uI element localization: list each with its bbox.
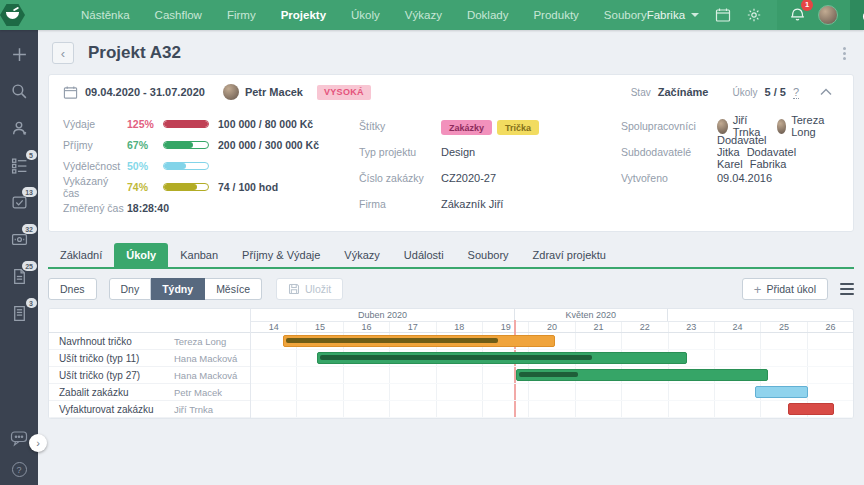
top-navigation: NástěnkaCashflowFirmyProjektyÚkolyVýkazy… [0, 0, 864, 30]
gantt-task-assignee: Hana Macková [174, 370, 250, 381]
tab-soubory[interactable]: Soubory [456, 243, 521, 267]
gantt-bar[interactable] [283, 335, 555, 347]
gantt-task-row[interactable]: Navrhnout tričkoTereza Long [49, 333, 250, 350]
gantt-task-row[interactable]: Zabalit zakázkuPetr Macek [49, 384, 250, 401]
stat-row: Příjmy67%200 000 / 300 000 Kč [63, 134, 359, 155]
tab-ud-losti[interactable]: Události [392, 243, 456, 267]
gantt-week-label: 21 [575, 322, 621, 332]
orders-icon[interactable]: 3 [11, 305, 28, 322]
gantt-timeline: Duben 2020Květen 2020 141516171819202122… [251, 309, 853, 418]
kebab-menu-icon[interactable] [843, 47, 846, 60]
gear-icon[interactable] [746, 7, 762, 23]
stat-progress-fill [164, 142, 193, 148]
tag-badge[interactable]: Zakázky [441, 120, 492, 135]
time-tracker[interactable]: 00:00 [850, 0, 864, 30]
nav-item-produkty[interactable]: Produkty [533, 0, 578, 30]
gantt-task-row[interactable]: Ušít tričko (typ 27)Hana Macková [49, 367, 250, 384]
chat-icon[interactable] [10, 430, 28, 451]
stat-progress-fill [164, 184, 197, 190]
plus-icon[interactable] [11, 46, 28, 63]
left-sidebar: 51332253 ? › [0, 30, 38, 485]
tab-p-jmy-v-daje[interactable]: Příjmy & Výdaje [230, 243, 332, 267]
tab-v-kazy[interactable]: Výkazy [332, 243, 391, 267]
workspace-name: Fabrika [647, 9, 685, 21]
tab-kanban[interactable]: Kanban [168, 243, 230, 267]
gantt-task-row[interactable]: Vyfakturovat zakázkuJiří Trnka [49, 401, 250, 418]
owner-name[interactable]: Petr Macek [245, 86, 303, 98]
search-icon[interactable] [11, 83, 28, 100]
calendar-icon[interactable] [715, 7, 731, 23]
gantt-week-label: 26 [807, 322, 853, 332]
owner-avatar[interactable] [223, 84, 239, 100]
bell-icon[interactable]: 1 [789, 5, 806, 26]
gantt-bar[interactable] [788, 403, 834, 415]
nav-item-výkazy[interactable]: Výkazy [405, 0, 442, 30]
invoices-icon[interactable]: 32 [11, 231, 28, 248]
scale-button-dny[interactable]: Dny [109, 278, 152, 300]
gantt-week-label: 18 [436, 322, 482, 332]
tasks-help[interactable]: ? [793, 86, 799, 99]
user-icon[interactable] [11, 120, 28, 137]
created-value: 09.04.2016 [717, 172, 772, 184]
stat-progressbar [163, 162, 209, 170]
subcontractors-list: Dodavatel JitkaDodavatel KarelFabrika [717, 134, 842, 170]
nav-item-doklady[interactable]: Doklady [467, 0, 509, 30]
today-button[interactable]: Dnes [48, 278, 97, 300]
gantt-task-name: Navrhnout tričko [49, 336, 174, 347]
back-button[interactable]: ‹ [52, 42, 74, 64]
stat-value: 18:28:40 [127, 202, 169, 214]
add-task-button[interactable]: + Přidat úkol [742, 278, 828, 300]
gantt-task-name: Ušít tričko (typ 11) [49, 353, 174, 364]
page-header: ‹ Projekt A32 [38, 30, 864, 74]
tag-badge[interactable]: Trička [497, 120, 539, 135]
stat-row: Vykázaný čas74%74 / 100 hod [63, 176, 359, 197]
sidebar-expand-button[interactable]: › [29, 434, 47, 452]
documents-icon[interactable]: 25 [11, 268, 28, 285]
list-view-icon[interactable] [840, 283, 854, 296]
scale-button-měsíce[interactable]: Měsíce [205, 278, 262, 300]
scale-button-týdny[interactable]: Týdny [151, 278, 205, 300]
gantt-week-label: 19 [482, 322, 528, 332]
avatar [777, 119, 787, 134]
help-icon[interactable]: ? [12, 462, 27, 477]
gantt-week-label: 16 [343, 322, 389, 332]
project-date-range: 09.04.2020 - 31.07.2020 [85, 86, 205, 98]
gantt-week-label: 17 [389, 322, 435, 332]
nav-item-úkoly[interactable]: Úkoly [351, 0, 380, 30]
subcontractors-label: Subdodavatelé [621, 146, 717, 158]
nav-item-nástěnka[interactable]: Nástěnka [81, 0, 130, 30]
gantt-bar-row [251, 367, 853, 384]
gantt-bar-progress [286, 338, 498, 343]
subcontractor-name[interactable]: Fabrika [750, 158, 787, 170]
nav-item-soubory[interactable]: Soubory [604, 0, 647, 30]
tab-zdrav-projektu[interactable]: Zdraví projektu [521, 243, 618, 267]
nav-item-firmy[interactable]: Firmy [227, 0, 256, 30]
gantt-task-row[interactable]: Ušít tričko (typ 11)Hana Macková [49, 350, 250, 367]
calendar-icon [63, 85, 78, 100]
tab--koly[interactable]: Úkoly [114, 243, 168, 267]
sidebar-icons: 51332253 [0, 30, 38, 322]
save-button[interactable]: Uložit [276, 278, 343, 300]
stat-progress-fill [164, 121, 208, 127]
avatar[interactable] [818, 5, 838, 25]
gantt-task-name: Zabalit zakázku [49, 387, 174, 398]
tags-label: Štítky [359, 120, 441, 132]
gantt-bar[interactable] [317, 352, 687, 364]
stat-value: 74 / 100 hod [218, 181, 278, 193]
gantt-task-assignee: Tereza Long [174, 336, 250, 347]
status-value[interactable]: Začínáme [658, 86, 709, 98]
company-value[interactable]: Zákazník Jiří [441, 198, 503, 210]
gantt-bar[interactable] [516, 369, 767, 381]
tasks-icon[interactable]: 5 [11, 157, 28, 174]
workspace-switcher[interactable]: Fabrika [647, 9, 699, 21]
nav-item-projekty[interactable]: Projekty [281, 0, 326, 30]
nav-item-cashflow[interactable]: Cashflow [155, 0, 202, 30]
tab-z-kladn-[interactable]: Základní [48, 243, 114, 267]
app-logo[interactable] [0, 0, 25, 30]
chevron-up-icon [820, 88, 832, 96]
gantt-bar[interactable] [755, 386, 808, 398]
collapse-panel-button[interactable] [820, 88, 839, 96]
stat-percent: 125% [127, 118, 163, 130]
approvals-icon[interactable]: 13 [11, 194, 28, 211]
tasks-count: 5 / 5 [764, 86, 785, 98]
